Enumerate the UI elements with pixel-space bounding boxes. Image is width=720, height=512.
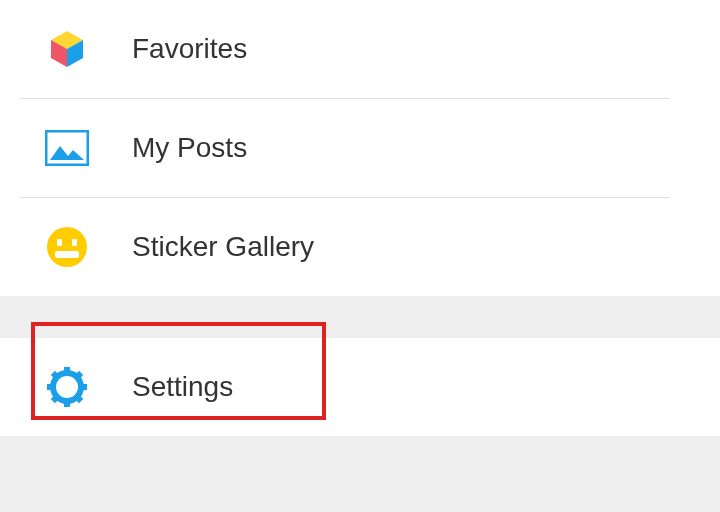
menu-item-sticker-gallery[interactable]: Sticker Gallery (0, 198, 720, 296)
menu-item-settings[interactable]: Settings (0, 338, 720, 436)
svg-rect-13 (47, 384, 55, 390)
menu-label-sticker-gallery: Sticker Gallery (132, 231, 314, 263)
svg-point-10 (56, 376, 78, 398)
svg-marker-4 (50, 146, 84, 160)
svg-rect-6 (57, 239, 62, 246)
menu-label-settings: Settings (132, 371, 233, 403)
smiley-icon (42, 222, 92, 272)
menu-item-my-posts[interactable]: My Posts (0, 99, 720, 197)
menu-label-my-posts: My Posts (132, 132, 247, 164)
svg-point-5 (47, 227, 87, 267)
svg-rect-11 (64, 367, 70, 375)
cube-icon (42, 24, 92, 74)
gear-icon (42, 362, 92, 412)
svg-rect-14 (79, 384, 87, 390)
menu-label-favorites: Favorites (132, 33, 247, 65)
svg-rect-7 (72, 239, 77, 246)
section-gap (0, 296, 720, 338)
menu-section-1: Favorites My Posts Sticker G (0, 0, 720, 296)
image-icon (42, 123, 92, 173)
svg-rect-12 (64, 399, 70, 407)
svg-rect-8 (55, 251, 79, 258)
menu-section-2: Settings (0, 338, 720, 436)
menu-item-favorites[interactable]: Favorites (0, 0, 720, 98)
